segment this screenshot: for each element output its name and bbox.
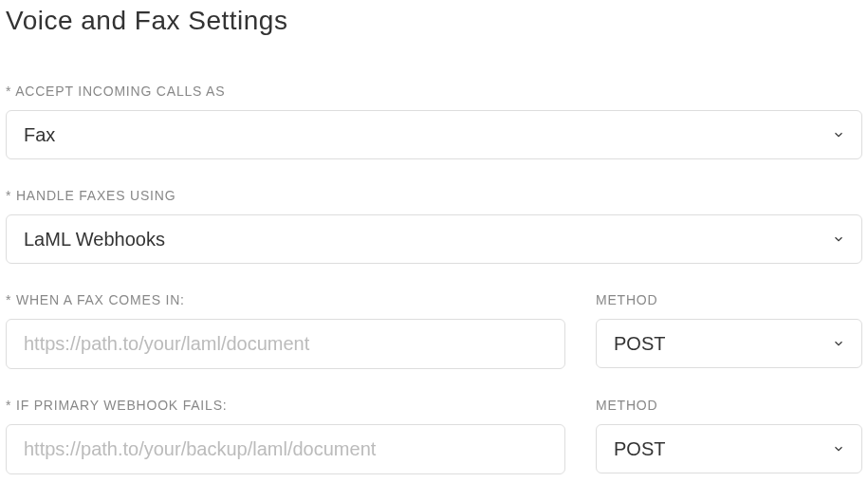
accept-incoming-label: * ACCEPT INCOMING CALLS AS	[6, 84, 862, 99]
page-title: Voice and Fax Settings	[6, 6, 862, 36]
primary-method-select-wrapper: POST	[596, 319, 862, 368]
fallback-method-label: METHOD	[596, 398, 862, 413]
primary-webhook-label: * WHEN A FAX COMES IN:	[6, 292, 565, 307]
primary-webhook-row: * WHEN A FAX COMES IN: METHOD POST	[6, 292, 862, 369]
accept-incoming-select[interactable]: Fax	[6, 110, 862, 159]
fallback-method-select-wrapper: POST	[596, 424, 862, 473]
fallback-method-col: METHOD POST	[596, 398, 862, 474]
handle-using-label: * HANDLE FAXES USING	[6, 188, 862, 203]
fallback-webhook-input[interactable]	[6, 424, 565, 474]
fallback-webhook-row: * IF PRIMARY WEBHOOK FAILS: METHOD POST	[6, 398, 862, 474]
primary-method-col: METHOD POST	[596, 292, 862, 369]
fallback-method-select[interactable]: POST	[596, 424, 862, 473]
primary-method-select[interactable]: POST	[596, 319, 862, 368]
accept-incoming-select-wrapper: Fax	[6, 110, 862, 159]
primary-method-label: METHOD	[596, 292, 862, 307]
fallback-webhook-url-col: * IF PRIMARY WEBHOOK FAILS:	[6, 398, 565, 474]
fallback-webhook-label: * IF PRIMARY WEBHOOK FAILS:	[6, 398, 565, 413]
primary-webhook-url-col: * WHEN A FAX COMES IN:	[6, 292, 565, 369]
handle-using-select[interactable]: LaML Webhooks	[6, 214, 862, 264]
primary-webhook-input[interactable]	[6, 319, 565, 369]
handle-using-select-wrapper: LaML Webhooks	[6, 214, 862, 264]
